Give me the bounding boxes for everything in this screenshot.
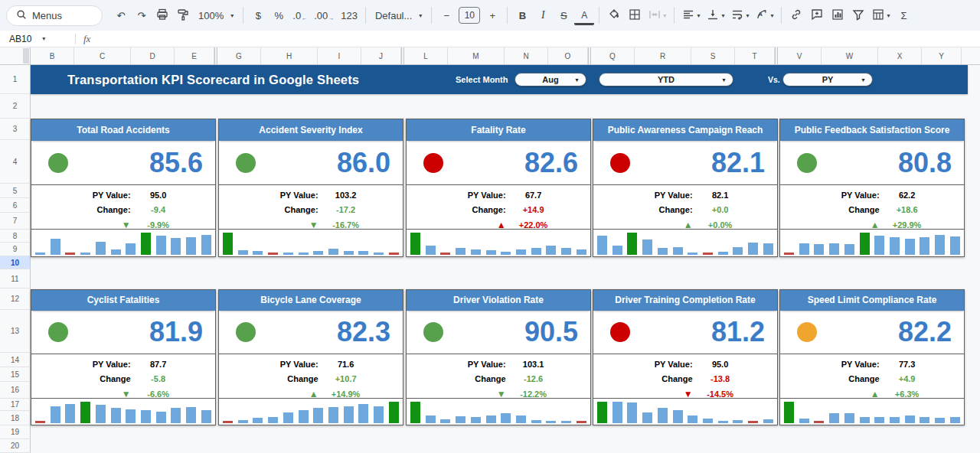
dashboard-title: Transportation KPI Scorecard in Google S…: [67, 65, 359, 94]
text-rotation-button[interactable]: A▾: [753, 5, 776, 26]
sparkline-bar: [890, 417, 900, 423]
text-wrap-button[interactable]: ▾: [728, 5, 752, 26]
toolbar-divider: [781, 7, 782, 24]
column-header-S[interactable]: S: [691, 47, 735, 64]
sparkline-bar: [546, 421, 556, 423]
sparkline-bar: [253, 418, 263, 423]
row-header-8[interactable]: 8: [0, 230, 31, 243]
column-header-W[interactable]: W: [822, 47, 878, 64]
font-size-decrease-button[interactable]: −: [436, 5, 456, 26]
row-header-13[interactable]: 13: [0, 310, 31, 353]
period-dropdown[interactable]: YTD ▼: [599, 73, 733, 86]
insert-chart-button[interactable]: [828, 5, 848, 26]
create-filter-button[interactable]: [848, 5, 868, 26]
strikethrough-button[interactable]: S: [554, 5, 573, 26]
sparkline-bar: [546, 246, 556, 255]
horizontal-align-button[interactable]: ▾: [679, 5, 703, 26]
sparkline-bar: [844, 244, 854, 255]
row-header-11[interactable]: 11: [0, 269, 31, 288]
functions-button[interactable]: Σ: [893, 5, 913, 26]
decrease-decimals-button[interactable]: .0←: [289, 5, 310, 26]
sparkline-chart: [219, 229, 403, 256]
row-header-7[interactable]: 7: [0, 213, 31, 230]
font-size-increase-button[interactable]: +: [482, 5, 502, 26]
row-header-17[interactable]: 17: [0, 399, 31, 411]
insert-link-button[interactable]: [786, 5, 806, 26]
fill-color-button[interactable]: [604, 5, 624, 26]
row-header-9[interactable]: 9: [0, 243, 31, 256]
kpi-details: PY Value: 103.1 Change -12.6 ▼ -12.2%: [407, 354, 590, 402]
column-header-X[interactable]: X: [878, 47, 922, 64]
sparkline-chart: [407, 229, 590, 256]
column-header-E[interactable]: E: [175, 47, 214, 64]
font-size-input[interactable]: 10: [459, 7, 480, 24]
increase-decimals-button[interactable]: .00→: [311, 5, 337, 26]
select-month-label: Select Month: [456, 65, 508, 94]
horizontal-align-icon: [682, 8, 694, 23]
column-header-O[interactable]: O: [548, 47, 588, 64]
column-header-L[interactable]: L: [404, 47, 448, 64]
column-header-B[interactable]: B: [31, 47, 74, 64]
row-header-15[interactable]: 15: [0, 367, 31, 382]
column-header-Q[interactable]: Q: [591, 47, 635, 64]
sparkline-bar: [96, 405, 106, 423]
column-header-I[interactable]: I: [318, 47, 361, 64]
italic-button[interactable]: I: [533, 5, 553, 26]
status-dot-green-icon: [797, 153, 817, 173]
row-header-3[interactable]: 3: [0, 119, 31, 140]
row-header-16[interactable]: 16: [0, 382, 31, 399]
column-header-N[interactable]: N: [505, 47, 548, 64]
column-header-C[interactable]: C: [74, 47, 131, 64]
month-dropdown[interactable]: Aug ▼: [514, 73, 586, 86]
column-header-G[interactable]: G: [217, 47, 261, 64]
py-value: 87.7: [131, 360, 186, 369]
sparkline-bar: [597, 402, 607, 423]
row-header-2[interactable]: 2: [0, 94, 31, 119]
select-all-corner[interactable]: [0, 47, 31, 65]
column-header-H[interactable]: H: [261, 47, 318, 64]
undo-button[interactable]: ↶: [111, 5, 131, 26]
print-button[interactable]: [152, 5, 172, 26]
row-header-19[interactable]: 19: [0, 425, 31, 439]
sheet-canvas: Transportation KPI Scorecard in Google S…: [31, 65, 980, 453]
format-currency-button[interactable]: $: [248, 5, 268, 26]
change-value: -5.8: [131, 374, 186, 383]
row-header-4[interactable]: 4: [0, 140, 31, 184]
bold-button[interactable]: B: [512, 5, 532, 26]
row-header-20[interactable]: 20: [0, 439, 31, 453]
vertical-align-button[interactable]: ▾: [704, 5, 727, 26]
compare-dropdown[interactable]: PY ▼: [782, 73, 873, 86]
zoom-select[interactable]: 100%▾: [194, 5, 238, 26]
column-header-J[interactable]: J: [361, 47, 401, 64]
row-header-12[interactable]: 12: [0, 288, 31, 310]
row-header-14[interactable]: 14: [0, 353, 31, 367]
redo-button[interactable]: ↷: [132, 5, 152, 26]
sparkline-bar: [561, 421, 571, 423]
paint-format-button[interactable]: [173, 5, 193, 26]
borders-button[interactable]: [625, 5, 645, 26]
format-percent-button[interactable]: %: [269, 5, 289, 26]
row-header-18[interactable]: 18: [0, 411, 31, 425]
insert-comment-button[interactable]: [807, 5, 827, 26]
font-select[interactable]: Defaul...▾: [371, 5, 426, 26]
column-header-T[interactable]: T: [735, 47, 775, 64]
text-color-button[interactable]: A: [574, 8, 594, 25]
row-header-6[interactable]: 6: [0, 198, 31, 213]
column-header-R[interactable]: R: [635, 47, 691, 64]
table-views-button[interactable]: ▾: [869, 5, 893, 26]
kpi-value: 80.8: [898, 141, 952, 184]
more-formats-button[interactable]: 123: [338, 5, 361, 26]
name-box[interactable]: AB10 ▾: [0, 34, 74, 44]
sparkline-bar: [814, 244, 824, 255]
search-icon: [16, 9, 27, 22]
sparkline-bar: [299, 410, 309, 423]
row-header-1[interactable]: 1: [0, 65, 31, 94]
column-header-Y[interactable]: Y: [922, 47, 962, 64]
borders-icon: [629, 8, 641, 23]
menus-search[interactable]: Menus: [6, 5, 103, 26]
row-header-5[interactable]: 5: [0, 184, 31, 198]
column-header-D[interactable]: D: [131, 47, 175, 64]
column-header-M[interactable]: M: [448, 47, 505, 64]
column-header-V[interactable]: V: [778, 47, 822, 64]
row-header-10[interactable]: 10: [0, 256, 31, 269]
